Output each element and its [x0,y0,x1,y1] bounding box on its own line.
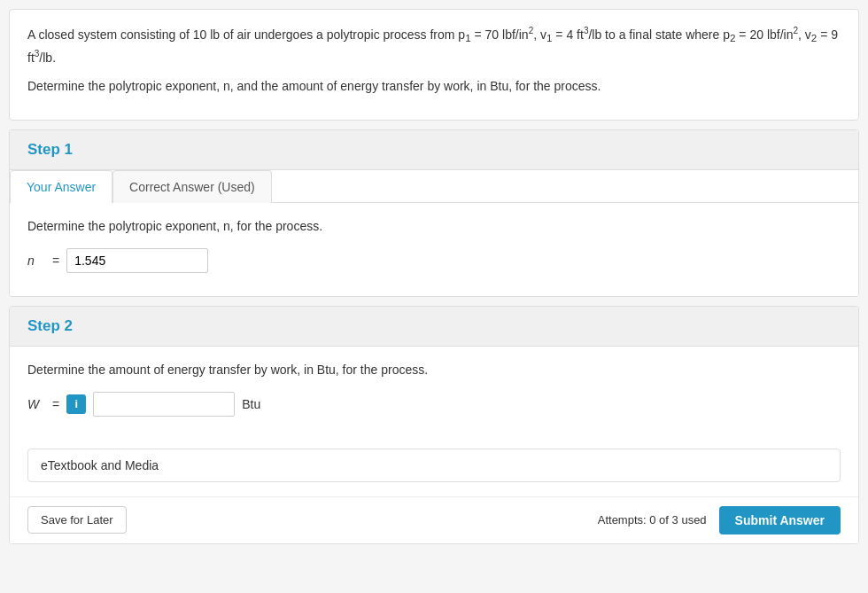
problem-card: A closed system consisting of 10 lb of a… [9,9,859,121]
step2-input[interactable] [93,392,235,417]
step2-field-row: W = i Btu [27,392,841,417]
problem-text-line1: A closed system consisting of 10 lb of a… [27,24,841,67]
tab-your-answer[interactable]: Your Answer [10,170,112,203]
step1-input[interactable] [66,248,208,273]
step2-tab-content: Determine the amount of energy transfer … [10,347,858,440]
step1-header: Step 1 [10,130,858,170]
save-later-button[interactable]: Save for Later [27,506,127,534]
step1-title: Step 1 [27,141,73,158]
info-button[interactable]: i [66,394,86,414]
footer-bar: Save for Later Attempts: 0 of 3 used Sub… [10,496,858,543]
step2-field-label: W [27,397,45,411]
submit-answer-button[interactable]: Submit Answer [719,506,841,534]
step2-instruction: Determine the amount of energy transfer … [27,361,841,379]
step2-title: Step 2 [27,317,73,334]
tab-correct-answer[interactable]: Correct Answer (Used) [112,170,272,203]
step2-equals: = [52,397,59,411]
step1-tab-content: Determine the polytropic exponent, n, fo… [10,203,858,296]
step1-equals: = [52,254,59,268]
step2-body: Determine the amount of energy transfer … [10,347,858,543]
step1-field-row: n = [27,248,841,273]
step2-block: Step 2 Determine the amount of energy tr… [9,306,859,544]
step2-header: Step 2 [10,307,858,347]
footer-right: Attempts: 0 of 3 used Submit Answer [598,506,841,534]
problem-text-line2: Determine the polytropic exponent, n, an… [27,76,841,96]
step1-tabs: Your Answer Correct Answer (Used) [10,170,858,203]
step2-unit: Btu [242,397,260,411]
step1-block: Step 1 Your Answer Correct Answer (Used)… [9,129,859,297]
step1-instruction: Determine the polytropic exponent, n, fo… [27,217,841,236]
step1-field-label: n [27,254,45,268]
etextbook-bar[interactable]: eTextbook and Media [27,449,841,482]
step1-body: Your Answer Correct Answer (Used) Determ… [10,170,858,296]
attempts-text: Attempts: 0 of 3 used [598,513,707,527]
